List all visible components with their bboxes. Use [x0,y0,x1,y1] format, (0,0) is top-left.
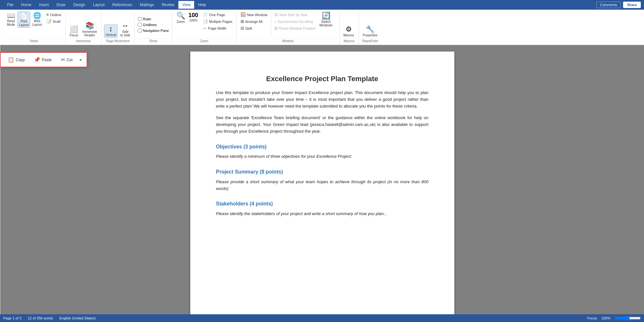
share-button[interactable]: Share [623,2,641,8]
page-width-button[interactable]: ↔ Page Width [201,25,233,31]
clipboard-dropdown-icon[interactable]: ▾ [80,58,81,62]
synchronous-scrolling-icon: ↕ [274,19,277,24]
gridlines-checkbox[interactable] [138,23,142,27]
multiple-pages-icon: 📑 [203,19,208,24]
section-heading-3: Stakeholders (4 points) [216,200,429,208]
cut-button[interactable]: ✂ Cut [59,55,75,64]
outline-button[interactable]: ≡ Outline [45,12,62,18]
new-window-label: New Window [247,13,268,17]
ribbon-group-zoom: 🔍 Zoom 100 100% 📄 One Page 📑 Multiple Pa… [172,11,236,45]
focus-label[interactable]: Focus [587,316,597,320]
paragraph-2: See the separate 'Excellence Team briefi… [216,115,429,135]
one-page-label: One Page [209,13,225,17]
tab-home[interactable]: Home [17,1,35,9]
print-layout-button[interactable]: 📄 Print Layout [17,12,30,28]
page-info: Page 1 of 3 [3,316,21,320]
tab-draw[interactable]: Draw [52,1,69,9]
ribbon-group-show: Ruler Gridlines Navigation Pane Show [135,11,173,45]
outline-icon: ≡ [46,12,49,17]
focus-icon: ⬜ [70,26,78,33]
arrange-all-icon: ⊞ [241,19,244,24]
tab-design[interactable]: Design [69,1,89,9]
multiple-pages-button[interactable]: 📑 Multiple Pages [201,18,233,24]
side-to-side-icon: ↔ [122,22,129,29]
split-icon: ⊟ [241,26,244,31]
window-group-label: Window [239,38,337,44]
focus-button[interactable]: ⬜ Focus [68,25,80,38]
immersive-group-label: Immersive [68,38,99,44]
one-page-button[interactable]: 📄 One Page [201,12,233,18]
zoom-button[interactable]: 🔍 Zoom [175,12,186,24]
header-right-actions: Comments Share [596,2,641,8]
web-layout-label: Web Layout [32,19,42,26]
synchronous-scrolling-button[interactable]: ↕ Synchronous Scrolling [273,18,317,24]
read-mode-button[interactable]: 📖 Read Mode [5,12,17,27]
document-area[interactable]: Excellence Project Plan Template Use thi… [0,45,644,322]
paste-button[interactable]: 📌 Paste [32,55,54,64]
tab-mailings[interactable]: Mailings [136,1,158,9]
tab-file[interactable]: File [3,1,17,9]
web-layout-button[interactable]: 🌐 Web Layout [31,12,43,27]
section-heading-1: Objectives (3 points) [216,143,429,151]
side-to-side-button[interactable]: ↔ Side to Side [119,22,131,38]
tab-insert[interactable]: Insert [35,1,52,9]
paste-icon: 📌 [34,57,40,63]
draft-button[interactable]: 📝 Draft [45,18,62,24]
clipboard-popup: 📋 Copy 📌 Paste ✂ Cut ▾ [0,52,87,67]
view-side-by-side-icon: ⊟ [274,12,278,17]
arrange-all-label: Arrange All [245,20,263,24]
tab-help[interactable]: Help [194,1,210,9]
ruler-checkbox[interactable] [138,17,142,21]
zoom-100-icon: 100 [188,12,198,18]
copy-label: Copy [16,58,25,62]
comments-button[interactable]: Comments [596,2,620,8]
cut-icon: ✂ [61,57,65,63]
zoom-100-label: 100% [189,19,198,22]
tab-review[interactable]: Review [158,1,178,9]
switch-windows-label: Switch Windows [319,20,333,27]
gridlines-checkbox-item[interactable]: Gridlines [137,23,157,27]
macros-button[interactable]: ⚙ Macros [342,25,355,38]
view-side-by-side-button[interactable]: ⊟ View Side by Side [273,12,317,18]
tab-layout[interactable]: Layout [89,1,109,9]
page-movement-group-label: Page Movement [104,38,132,44]
synchronous-scrolling-label: Synchronous Scrolling [278,20,313,24]
split-button[interactable]: ⊟ Split [239,25,269,31]
one-page-icon: 📄 [203,12,208,17]
vertical-button[interactable]: ↕ Vertical [104,24,118,38]
new-window-icon: 🪟 [241,12,246,17]
gridlines-label: Gridlines [143,23,157,27]
navigation-pane-label: Navigation Pane [143,29,169,33]
new-window-button[interactable]: 🪟 New Window [239,12,269,18]
zoom-percent: 100% [601,316,611,320]
reset-window-position-button[interactable]: ⊞ Reset Window Position [273,25,317,31]
focus-label: Focus [70,33,78,37]
immersive-reader-button[interactable]: 📚 Immersive Reader [81,22,99,38]
ribbon-group-window: 🪟 New Window ⊞ Arrange All ⊟ Split ⊟ Vie [237,11,340,45]
window-separator [271,13,271,36]
copy-button[interactable]: 📋 Copy [6,55,27,64]
zoom-slider[interactable] [615,316,641,321]
views-group-label: Views [5,38,63,44]
cut-label: Cut [67,58,73,62]
navigation-pane-checkbox-item[interactable]: Navigation Pane [137,28,170,33]
arrange-all-button[interactable]: ⊞ Arrange All [239,18,269,24]
ruler-checkbox-item[interactable]: Ruler [137,17,152,21]
vertical-label: Vertical [106,33,116,37]
read-mode-icon: 📖 [7,12,15,19]
properties-button[interactable]: 🔧 Properties [362,25,379,38]
ribbon-group-macros: ⚙ Macros Macros [340,11,359,45]
zoom-icon: 🔍 [176,12,185,19]
switch-windows-button[interactable]: 🔄 Switch Windows [318,12,334,28]
zoom-label: Zoom [177,20,185,24]
ribbon-group-immersive: ⬜ Focus 📚 Immersive Reader Immersive [66,11,101,45]
navigation-pane-checkbox[interactable] [138,29,142,33]
immersive-reader-label: Immersive Reader [82,30,97,37]
tab-view[interactable]: View [178,1,194,9]
ribbon-group-page-movement: ↕ Vertical ↔ Side to Side Page Movement [101,11,135,45]
tab-references[interactable]: References [109,1,136,9]
side-to-side-label: Side to Side [120,30,130,37]
zoom-100-button[interactable]: 100 100% [187,12,199,23]
ribbon-group-views: 📖 Read Mode 📄 Print Layout 🌐 Web Layout … [3,11,66,45]
paragraph-1: Use this template to produce your Green … [216,90,429,109]
